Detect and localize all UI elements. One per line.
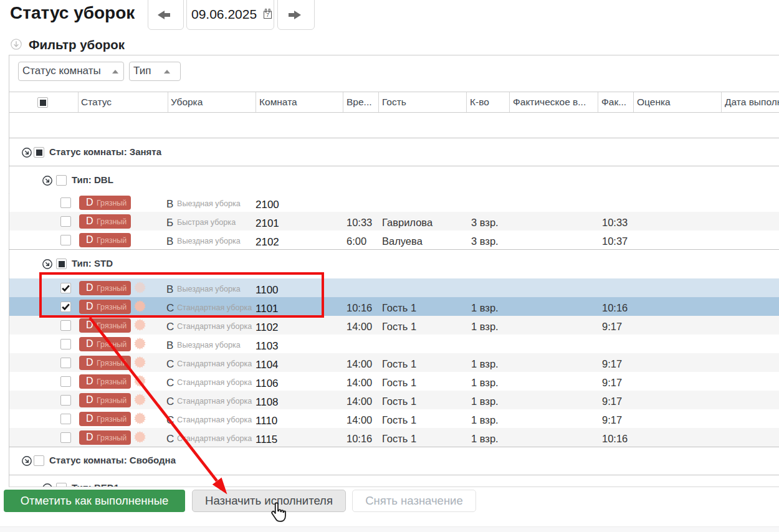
svg-text:7: 7 xyxy=(266,12,269,18)
